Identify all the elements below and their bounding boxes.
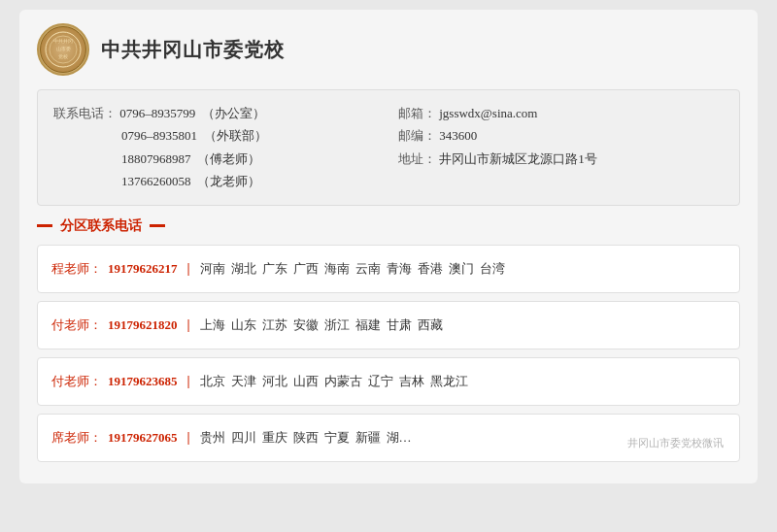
- contact-card-0: 程老师： 19179626217 | 河南 湖北 广东 广西 海南 云南 青海 …: [37, 245, 740, 293]
- region-3-3: 陕西: [293, 425, 319, 450]
- contact-card-2: 付老师： 19179623685 | 北京 天津 河北 山西 内蒙古 辽宁 吉林…: [37, 357, 740, 406]
- region-1-7: 西藏: [418, 313, 443, 338]
- info-right: 邮箱： jgsswdx@sina.com 邮编： 343600 地址： 井冈山市…: [398, 102, 724, 193]
- phone-row-4: 13766260058 （龙老师）: [53, 170, 379, 192]
- region-0-4: 海南: [324, 256, 350, 282]
- region-2-1: 天津: [231, 369, 256, 394]
- postcode-value: 343600: [439, 128, 477, 143]
- teacher-name-3: 席老师：: [51, 425, 102, 450]
- phone-3: 18807968987 （傅老师）: [121, 151, 260, 166]
- svg-text:中共井冈: 中共井冈: [53, 38, 73, 44]
- region-1-1: 山东: [231, 313, 256, 338]
- watermark-text: 井冈山市委党校微讯: [622, 430, 729, 455]
- region-1-2: 江苏: [262, 313, 287, 338]
- email-label: 邮箱：: [398, 106, 436, 120]
- region-0-8: 澳门: [449, 256, 474, 282]
- contact-line-0: 程老师： 19179626217 | 河南 湖北 广东 广西 海南 云南 青海 …: [51, 255, 726, 283]
- phone-4: 13766260058 （龙老师）: [121, 174, 260, 188]
- teacher-phone-0: 19179626217: [108, 256, 178, 282]
- region-1-4: 浙江: [324, 313, 350, 338]
- section-title: 分区联系电话: [56, 217, 146, 235]
- region-3-1: 四川: [231, 425, 256, 450]
- section-bar-right: [150, 224, 165, 227]
- region-0-5: 云南: [355, 256, 381, 282]
- region-0-2: 广东: [262, 256, 287, 282]
- header: 中共井冈 山市委 党校 中共井冈山市委党校: [37, 23, 740, 76]
- teacher-phone-3: 19179627065: [108, 425, 178, 450]
- contact-line-2: 付老师： 19179623685 | 北京 天津 河北 山西 内蒙古 辽宁 吉林…: [51, 368, 726, 395]
- postcode-row: 邮编： 343600: [398, 124, 724, 147]
- region-2-7: 黑龙江: [430, 369, 468, 394]
- email-value: jgsswdx@sina.com: [439, 106, 537, 120]
- region-2-2: 河北: [262, 369, 287, 394]
- teacher-name-2: 付老师：: [51, 369, 102, 394]
- section-bar-left: [37, 224, 52, 227]
- address-value: 井冈山市新城区龙源口路1号: [439, 151, 597, 166]
- section-header: 分区联系电话: [37, 217, 740, 235]
- region-1-3: 安徽: [293, 313, 319, 338]
- logo-image: 中共井冈 山市委 党校: [40, 26, 86, 73]
- main-container: 中共井冈 山市委 党校 中共井冈山市委党校 联系电话： 0796–8935799…: [19, 10, 758, 483]
- region-3-6: 湖…: [387, 425, 412, 450]
- phone-2: 0796–8935801 （外联部）: [121, 128, 267, 143]
- region-3-5: 新疆: [355, 425, 381, 450]
- region-0-7: 香港: [418, 256, 443, 282]
- teacher-phone-1: 19179621820: [108, 313, 178, 338]
- phone-label: 联系电话：: [53, 106, 117, 120]
- region-0-0: 河南: [200, 256, 225, 282]
- region-3-4: 宁夏: [324, 425, 350, 450]
- region-2-0: 北京: [200, 369, 225, 394]
- logo-circle: 中共井冈 山市委 党校: [37, 23, 89, 76]
- org-title: 中共井冈山市委党校: [101, 37, 285, 63]
- teacher-name-0: 程老师：: [51, 256, 102, 282]
- svg-text:山市委: 山市委: [56, 46, 71, 51]
- contact-line-1: 付老师： 19179621820 | 上海 山东 江苏 安徽 浙江 福建 甘肃 …: [51, 312, 726, 339]
- divider-2: |: [187, 368, 190, 395]
- region-3-0: 贵州: [200, 425, 225, 450]
- teacher-phone-2: 19179623685: [108, 369, 178, 394]
- region-1-0: 上海: [200, 313, 225, 338]
- contact-card-1: 付老师： 19179621820 | 上海 山东 江苏 安徽 浙江 福建 甘肃 …: [37, 301, 740, 349]
- phone-1: 0796–8935799 （办公室）: [119, 106, 265, 120]
- phone-row-3: 18807968987 （傅老师）: [53, 148, 379, 170]
- contact-cards-wrapper: 程老师： 19179626217 | 河南 湖北 广东 广西 海南 云南 青海 …: [37, 245, 740, 462]
- teacher-name-1: 付老师：: [51, 313, 102, 338]
- region-0-6: 青海: [387, 256, 412, 282]
- email-row: 邮箱： jgsswdx@sina.com: [398, 102, 724, 124]
- region-0-3: 广西: [293, 256, 319, 282]
- phone-row-1: 联系电话： 0796–8935799 （办公室）: [53, 102, 379, 124]
- divider-1: |: [187, 312, 190, 339]
- region-2-3: 山西: [293, 369, 319, 394]
- region-1-6: 甘肃: [387, 313, 412, 338]
- divider-3: |: [187, 424, 190, 451]
- divider-0: |: [187, 255, 190, 283]
- address-label: 地址：: [398, 151, 436, 166]
- region-0-1: 湖北: [231, 256, 256, 282]
- region-3-2: 重庆: [262, 425, 287, 450]
- contact-info-block: 联系电话： 0796–8935799 （办公室） 0796–8935801 （外…: [37, 89, 740, 206]
- phone-row-2: 0796–8935801 （外联部）: [53, 124, 379, 147]
- region-2-6: 吉林: [399, 369, 424, 394]
- region-2-4: 内蒙古: [324, 369, 362, 394]
- svg-text:党校: 党校: [58, 53, 68, 59]
- info-left: 联系电话： 0796–8935799 （办公室） 0796–8935801 （外…: [53, 102, 379, 193]
- region-0-9: 台湾: [480, 256, 505, 282]
- region-2-5: 辽宁: [368, 369, 393, 394]
- postcode-label: 邮编：: [398, 128, 436, 143]
- address-row: 地址： 井冈山市新城区龙源口路1号: [398, 148, 724, 170]
- contact-card-3: 席老师： 19179627065 | 贵州 四川 重庆 陕西 宁夏 新疆 湖… …: [37, 414, 740, 462]
- region-1-5: 福建: [355, 313, 381, 338]
